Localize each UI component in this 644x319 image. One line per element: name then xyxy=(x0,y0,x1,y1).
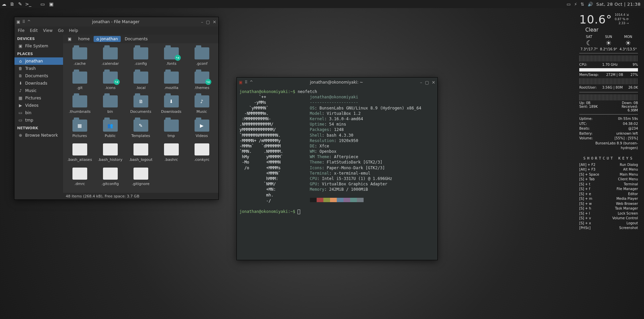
up-icon[interactable]: ^ xyxy=(250,80,253,85)
file-label: Templates xyxy=(131,134,150,138)
file-item[interactable]: ↪.fonts xyxy=(157,47,186,69)
up-icon[interactable]: ^ xyxy=(27,19,31,24)
sidebar-icon: ⊕ xyxy=(18,133,23,138)
path-icon: ⌂ xyxy=(96,37,99,41)
file-item[interactable]: 🗎Documents xyxy=(126,95,155,117)
terminal-task-icon[interactable]: ▣ xyxy=(47,0,56,8)
menu-view[interactable]: View xyxy=(43,28,52,33)
file-item[interactable]: ↪.icons xyxy=(96,72,125,93)
folder-icon xyxy=(133,72,148,84)
files-icon[interactable]: 🗎 xyxy=(8,0,16,8)
clock[interactable]: Sat, 28 Oct | 21:38 xyxy=(596,2,641,7)
file-item[interactable]: .mozilla xyxy=(157,72,186,93)
terminal-body[interactable]: jonathan@okonomiyaki:~$ neofetch `++ jon… xyxy=(237,87,437,260)
fm-titlebar[interactable]: ▣⠿^ jonathan - File Manager –▢✕ xyxy=(14,17,218,27)
file-item[interactable]: .bash_history xyxy=(96,143,125,165)
network-icon[interactable]: ⇅ xyxy=(581,2,584,7)
file-item[interactable]: .gitignore xyxy=(126,168,155,189)
file-item[interactable]: .config xyxy=(126,47,155,69)
path-segment[interactable]: ⌂ jonathan xyxy=(94,36,120,42)
file-item[interactable]: .dmrc xyxy=(65,168,94,189)
fm-pathbar[interactable]: ▣ home⌂ jonathanDocuments xyxy=(63,35,218,43)
file-label: .calendar xyxy=(102,61,119,66)
grid-icon[interactable]: ⠿ xyxy=(245,80,248,85)
shortcut-row: [S] + wWeb Browser xyxy=(579,201,638,207)
file-item[interactable]: ✎Templates xyxy=(126,120,155,141)
file-label: .thumbnails xyxy=(69,109,91,114)
file-label: tmp xyxy=(167,134,175,138)
grid-icon[interactable]: ⠿ xyxy=(22,19,25,24)
battery-icon[interactable]: ⚡ xyxy=(574,2,577,7)
file-item[interactable]: .bashrc xyxy=(157,143,186,165)
terminal-icon[interactable]: >_ xyxy=(24,0,32,8)
path-segment[interactable]: Documents xyxy=(122,36,150,42)
terminal-window[interactable]: ▣⠿^ jonathan@okonomiyaki: ~ –▢✕ jonathan… xyxy=(236,77,438,260)
file-label: .gitconfig xyxy=(102,182,119,186)
file-item[interactable]: ↪.themes xyxy=(187,72,216,93)
file-item[interactable]: ♪Music xyxy=(187,95,216,117)
sidebar-item-downloads[interactable]: ⬇Downloads xyxy=(14,80,63,87)
sidebar-item-browse-network[interactable]: ⊕Browse Network xyxy=(14,132,63,139)
file-label: Documents xyxy=(130,109,151,114)
fm-statusbar: 48 items (268.4 kB), Free space: 3.7 GB xyxy=(63,193,218,199)
window-icon[interactable]: ▭ xyxy=(567,2,571,7)
sidebar-item-trash[interactable]: 🗑Trash xyxy=(14,65,63,72)
file-item[interactable]: bin xyxy=(96,95,125,117)
file-manager-window[interactable]: ▣⠿^ jonathan - File Manager –▢✕ FileEdit… xyxy=(14,17,219,200)
shortcut-row: [S] + xLogout xyxy=(579,221,638,226)
fm-menubar[interactable]: FileEditViewGoHelp xyxy=(14,27,218,35)
menu-file[interactable]: File xyxy=(18,28,24,33)
file-item[interactable]: ▦Pictures xyxy=(65,120,94,141)
minimize-icon[interactable]: – xyxy=(420,80,422,85)
filemanager-task-icon[interactable]: ▭ xyxy=(38,0,47,8)
editor-icon[interactable]: ✎ xyxy=(16,0,24,8)
menu-help[interactable]: Help xyxy=(69,28,78,33)
sidebar-icon: ▣ xyxy=(18,44,23,48)
file-item[interactable]: .bash_aliases xyxy=(65,143,94,165)
file-item[interactable]: .thumbnails xyxy=(65,95,94,117)
folder-icon: 👥 xyxy=(103,120,118,132)
sidebar-item-tmp[interactable]: ▭tmp xyxy=(14,117,63,124)
file-item[interactable]: ⬇Downloads xyxy=(157,95,186,117)
path-segment[interactable]: home xyxy=(75,36,92,42)
sidebar-icon: ▶ xyxy=(18,103,23,108)
term-titlebar[interactable]: ▣⠿^ jonathan@okonomiyaki: ~ –▢✕ xyxy=(237,78,437,87)
file-item[interactable]: .local xyxy=(126,72,155,93)
sidebar-item-file-system[interactable]: ▣File System xyxy=(14,42,63,50)
file-item[interactable]: tmp xyxy=(157,120,186,141)
file-item[interactable]: .bash_logout xyxy=(126,143,155,165)
sidebar-label: Downloads xyxy=(25,81,47,86)
file-item[interactable]: .cache xyxy=(65,47,94,69)
folder-icon: ✎ xyxy=(133,120,148,132)
file-item[interactable]: .gconf xyxy=(187,47,216,69)
close-icon[interactable]: ✕ xyxy=(213,19,216,25)
file-item[interactable]: .gitconfig xyxy=(96,168,125,189)
file-item[interactable]: 👥Public xyxy=(96,120,125,141)
close-icon[interactable]: ✕ xyxy=(432,80,435,85)
fm-sidebar[interactable]: DEVICES▣File SystemPLACES⌂jonathan🗑Trash… xyxy=(14,35,63,199)
sidebar-item-bin[interactable]: ▭bin xyxy=(14,109,63,117)
sidebar-item-videos[interactable]: ▶Videos xyxy=(14,102,63,109)
fm-grid[interactable]: .cache.calendar.config↪.fonts.gconf.git↪… xyxy=(63,43,218,193)
cloud-icon[interactable]: ☁ xyxy=(0,0,8,8)
sidebar-item-pictures[interactable]: ▦Pictures xyxy=(14,94,63,102)
minimize-icon[interactable]: – xyxy=(201,19,203,25)
folder-icon xyxy=(72,47,87,59)
sidebar-icon: ⌂ xyxy=(18,59,23,63)
path-segment[interactable]: ▣ xyxy=(65,36,74,42)
file-item[interactable]: .calendar xyxy=(96,47,125,69)
volume-icon[interactable]: 🔊 xyxy=(588,2,593,7)
term-title: jonathan@okonomiyaki: ~ xyxy=(253,80,420,85)
file-icon xyxy=(72,168,87,180)
sidebar-item-jonathan[interactable]: ⌂jonathan xyxy=(14,57,63,65)
sidebar-item-documents[interactable]: 🗎Documents xyxy=(14,72,63,80)
maximize-icon[interactable]: ▢ xyxy=(425,80,429,85)
file-item[interactable]: ▶Videos xyxy=(187,120,216,141)
menu-edit[interactable]: Edit xyxy=(30,28,38,33)
weather-sky: Clear xyxy=(579,27,638,33)
file-item[interactable]: .git xyxy=(65,72,94,93)
sidebar-item-music[interactable]: ♪Music xyxy=(14,87,63,94)
menu-go[interactable]: Go xyxy=(58,28,64,33)
maximize-icon[interactable]: ▢ xyxy=(206,19,210,25)
file-item[interactable]: .conkyrc xyxy=(187,143,216,165)
